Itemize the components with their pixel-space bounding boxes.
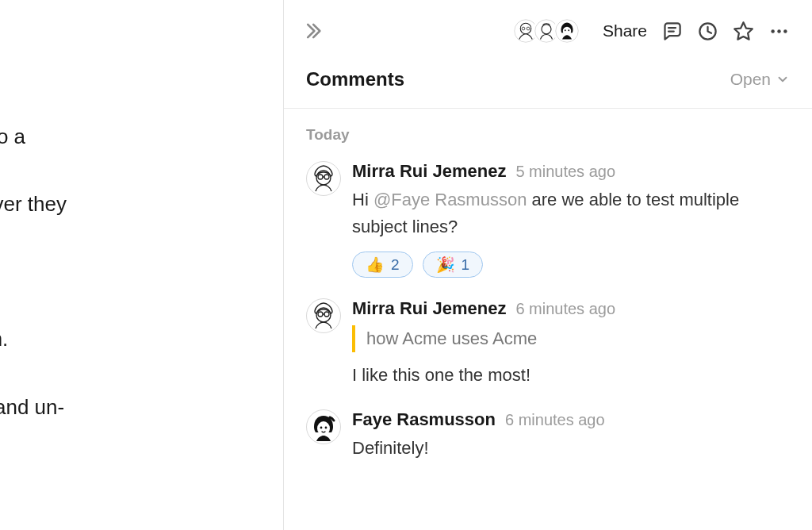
svg-point-14 [771, 29, 775, 33]
comment-author: Mirra Rui Jemenez [352, 298, 506, 319]
comment-author: Faye Rasmusson [352, 409, 496, 430]
svg-point-29 [320, 427, 323, 429]
document-text: updates to a ck, however they and how se… [0, 86, 283, 530]
chevrons-right-icon [301, 20, 324, 42]
mention[interactable]: @Faye Rasmusson [373, 190, 527, 209]
reaction-count: 1 [462, 256, 470, 274]
comments-list: Today Mirra Rui Jemenez 5 minutes ago Hi… [284, 109, 812, 482]
svg-point-9 [568, 29, 569, 31]
reaction-chip[interactable]: 👍 2 [352, 252, 413, 278]
comment[interactable]: Mirra Rui Jemenez 6 minutes ago how Acme… [306, 298, 790, 389]
comment-time: 6 minutes ago [515, 300, 615, 318]
clock-icon [697, 21, 718, 42]
comment-author: Mirra Rui Jemenez [352, 161, 506, 182]
avatar [306, 298, 341, 333]
avatar [306, 409, 341, 444]
document-pane: updates to a ck, however they and how se… [0, 0, 283, 530]
star-icon [733, 21, 754, 42]
chevron-down-icon [776, 72, 790, 86]
topbar: Share [284, 0, 812, 62]
svg-point-16 [783, 29, 787, 33]
comment-text: Hi @Faye Rasmusson are we able to test m… [352, 186, 790, 240]
svg-point-30 [325, 427, 327, 429]
favorite-icon-button[interactable] [733, 21, 754, 42]
panel-header: Comments Open [284, 62, 812, 109]
speech-bubble-icon [661, 21, 683, 42]
comment-time: 5 minutes ago [515, 163, 615, 181]
collapse-panel-button[interactable] [301, 20, 324, 42]
day-label: Today [306, 126, 790, 144]
comment[interactable]: Faye Rasmusson 6 minutes ago Definitely! [306, 409, 790, 462]
reaction-chip[interactable]: 🎉 1 [423, 252, 484, 278]
comment-time: 6 minutes ago [505, 411, 605, 429]
comment-text: I like this one the most! [352, 362, 790, 389]
comment-quote: how Acme uses Acme [352, 325, 790, 352]
reaction-count: 2 [391, 256, 400, 274]
comments-panel: Share Comments Open [283, 0, 812, 530]
comment-text: Definitely! [352, 435, 790, 462]
dots-horizontal-icon [768, 21, 790, 42]
share-button[interactable]: Share [603, 21, 647, 40]
svg-point-28 [317, 421, 330, 436]
panel-title: Comments [306, 68, 404, 90]
svg-point-22 [308, 301, 339, 331]
svg-point-7 [563, 27, 572, 36]
comments-icon-button[interactable] [661, 21, 683, 42]
svg-point-8 [565, 29, 566, 31]
avatar [553, 17, 580, 44]
svg-point-17 [308, 163, 339, 194]
avatar [306, 161, 341, 196]
svg-point-15 [777, 29, 781, 33]
presence-avatars[interactable] [512, 17, 580, 44]
svg-marker-13 [734, 22, 753, 39]
thumbs-up-icon: 👍 [366, 255, 385, 274]
filter-dropdown[interactable]: Open [730, 70, 790, 89]
reactions: 👍 2 🎉 1 [352, 252, 790, 278]
comment[interactable]: Mirra Rui Jemenez 5 minutes ago Hi @Faye… [306, 161, 790, 278]
more-icon-button[interactable] [768, 21, 790, 42]
history-icon-button[interactable] [697, 21, 718, 42]
party-popper-icon: 🎉 [436, 255, 455, 274]
